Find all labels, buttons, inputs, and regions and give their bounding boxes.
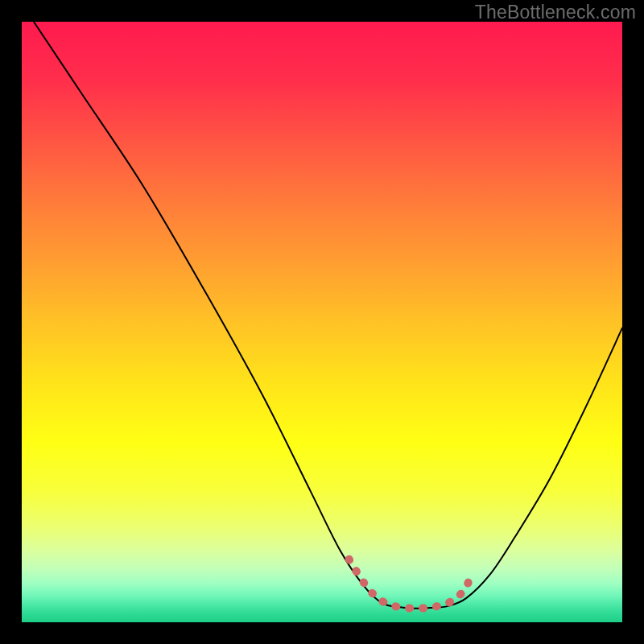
source-credit: TheBottleneck.com bbox=[475, 2, 636, 23]
bottleneck-chart bbox=[22, 22, 622, 622]
gradient-background bbox=[22, 22, 622, 622]
